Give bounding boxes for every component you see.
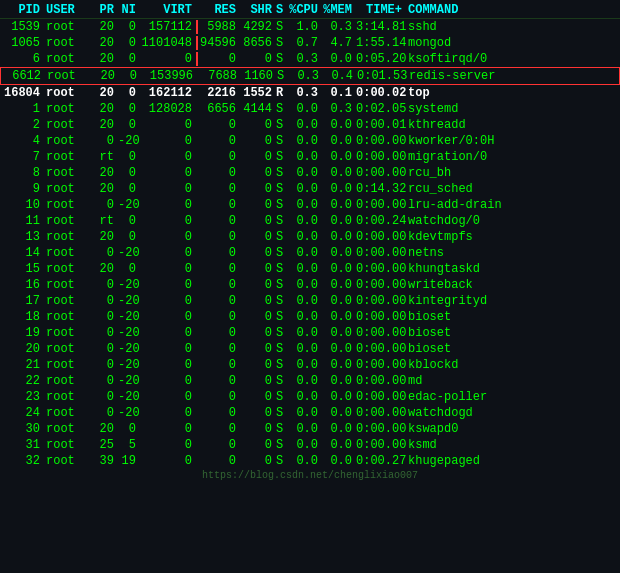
- cell-virt: 0: [140, 454, 196, 468]
- cell-time: 0:05.20: [356, 52, 408, 66]
- cell-cpu: 0.0: [288, 278, 322, 292]
- cell-user: root: [46, 326, 94, 340]
- cell-cmd: kworker/0:0H: [408, 134, 616, 148]
- cell-time: 1:55.14: [356, 36, 408, 50]
- cell-cmd: bioset: [408, 310, 616, 324]
- cell-s: S: [276, 390, 288, 404]
- cell-shr: 4144: [240, 102, 276, 116]
- cell-pid: 21: [4, 358, 46, 372]
- table-row: 22 root 0 -20 0 0 0 S 0.0 0.0 0:00.00 md: [0, 373, 620, 389]
- cell-cpu: 0.0: [288, 294, 322, 308]
- cell-cpu: 0.0: [288, 230, 322, 244]
- cell-ni: 0: [118, 118, 140, 132]
- header-shr: SHR: [240, 3, 276, 17]
- cell-pr: 0: [94, 134, 118, 148]
- cell-res: 0: [196, 358, 240, 372]
- cell-shr: 0: [240, 358, 276, 372]
- cell-cmd: kswapd0: [408, 422, 616, 436]
- cell-s: S: [276, 438, 288, 452]
- cell-cmd: kblockd: [408, 358, 616, 372]
- cell-pid: 17: [4, 294, 46, 308]
- cell-virt: 0: [140, 438, 196, 452]
- cell-pr: 0: [94, 374, 118, 388]
- terminal-window: PID USER PR NI VIRT RES SHR S %CPU %MEM …: [0, 0, 620, 573]
- cell-pid: 13: [4, 230, 46, 244]
- cell-pid: 30: [4, 422, 46, 436]
- cell-time: 3:14.81: [356, 20, 408, 34]
- cell-res: 0: [196, 310, 240, 324]
- header-time: TIME+: [356, 3, 408, 17]
- cell-cmd: ksmd: [408, 438, 616, 452]
- cell-cmd: rcu_sched: [408, 182, 616, 196]
- cell-cmd: bioset: [408, 326, 616, 340]
- cell-virt: 128028: [140, 102, 196, 116]
- cell-mem: 0.0: [322, 182, 356, 196]
- cell-pr: 20: [94, 262, 118, 276]
- cell-mem: 0.0: [322, 262, 356, 276]
- cell-cpu: 0.0: [288, 406, 322, 420]
- cell-s: S: [276, 36, 288, 50]
- cell-pid: 11: [4, 214, 46, 228]
- cell-s: S: [276, 230, 288, 244]
- cell-cpu: 0.7: [288, 36, 322, 50]
- cell-pid: 20: [4, 342, 46, 356]
- cell-pr: 0: [94, 342, 118, 356]
- cell-cmd: lru-add-drain: [408, 198, 616, 212]
- header-user: USER: [46, 3, 94, 17]
- cell-virt: 0: [140, 294, 196, 308]
- cell-ni: -20: [118, 198, 140, 212]
- cell-virt: 0: [140, 118, 196, 132]
- cell-mem: 0.0: [322, 310, 356, 324]
- cell-time: 0:00.00: [356, 278, 408, 292]
- cell-res: 2216: [196, 86, 240, 100]
- cell-mem: 0.0: [322, 342, 356, 356]
- cell-cpu: 0.0: [288, 326, 322, 340]
- cell-user: root: [46, 406, 94, 420]
- cell-pr: rt: [94, 214, 118, 228]
- table-row: 13 root 20 0 0 0 0 S 0.0 0.0 0:00.00 kde…: [0, 229, 620, 245]
- cell-virt: 0: [140, 52, 196, 66]
- cell-s: S: [276, 278, 288, 292]
- cell-pid: 31: [4, 438, 46, 452]
- cell-time: 0:00.00: [356, 166, 408, 180]
- cell-cmd: kdevtmpfs: [408, 230, 616, 244]
- cell-virt: 0: [140, 134, 196, 148]
- cell-time: 0:00.00: [356, 262, 408, 276]
- cell-time: 0:00.00: [356, 438, 408, 452]
- cell-cmd: rcu_bh: [408, 166, 616, 180]
- cell-cmd: watchdog/0: [408, 214, 616, 228]
- cell-virt: 0: [140, 390, 196, 404]
- cell-virt: 0: [140, 166, 196, 180]
- cell-virt: 0: [140, 358, 196, 372]
- cell-ni: 0: [118, 262, 140, 276]
- cell-cpu: 0.0: [288, 102, 322, 116]
- cell-time: 0:00.00: [356, 294, 408, 308]
- cell-res: 7688: [197, 69, 241, 83]
- cell-pid: 32: [4, 454, 46, 468]
- cell-shr: 1552: [240, 86, 276, 100]
- cell-pr: 20: [95, 69, 119, 83]
- cell-mem: 0.0: [322, 358, 356, 372]
- cell-s: S: [276, 214, 288, 228]
- cell-time: 0:00.24: [356, 214, 408, 228]
- cell-res: 0: [196, 150, 240, 164]
- cell-cmd: writeback: [408, 278, 616, 292]
- cell-shr: 0: [240, 454, 276, 468]
- cell-ni: 0: [118, 150, 140, 164]
- cell-time: 0:01.53: [357, 69, 409, 83]
- cell-user: root: [46, 102, 94, 116]
- cell-res: 0: [196, 278, 240, 292]
- cell-cmd: top: [408, 86, 616, 100]
- table-row: 32 root 39 19 0 0 0 S 0.0 0.0 0:00.27 kh…: [0, 453, 620, 469]
- cell-user: root: [46, 182, 94, 196]
- cell-time: 0:00.00: [356, 134, 408, 148]
- cell-cmd: edac-poller: [408, 390, 616, 404]
- cell-user: root: [46, 52, 94, 66]
- cell-time: 0:00.00: [356, 390, 408, 404]
- cell-pr: 20: [94, 118, 118, 132]
- cell-pid: 4: [4, 134, 46, 148]
- cell-pr: 20: [94, 86, 118, 100]
- cell-shr: 0: [240, 278, 276, 292]
- table-row: 18 root 0 -20 0 0 0 S 0.0 0.0 0:00.00 bi…: [0, 309, 620, 325]
- header-ni: NI: [118, 3, 140, 17]
